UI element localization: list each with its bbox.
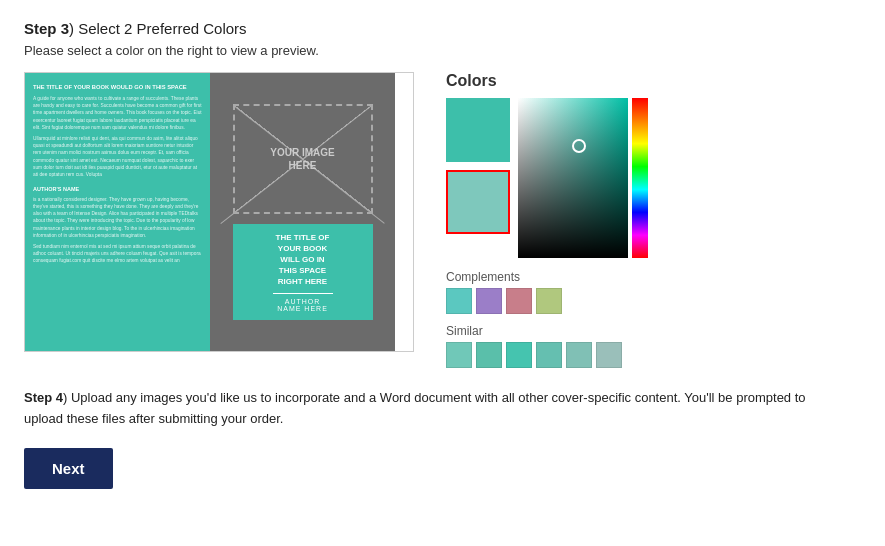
complements-section: Complements <box>446 270 648 314</box>
complements-swatches <box>446 288 648 314</box>
color-gradient-box[interactable] <box>518 98 628 258</box>
book-left-author-desc: is a nationally considered designer. The… <box>33 196 202 239</box>
next-button[interactable]: Next <box>24 448 113 489</box>
step4-section: Step 4) Upload any images you'd like us … <box>24 388 844 430</box>
similar-swatch-5[interactable] <box>566 342 592 368</box>
complement-swatch-4[interactable] <box>536 288 562 314</box>
book-left-body1: A guide for anyone who wants to cultivat… <box>33 95 202 131</box>
complement-swatch-3[interactable] <box>506 288 532 314</box>
similar-swatch-6[interactable] <box>596 342 622 368</box>
book-left-title: THE TITLE OF YOUR BOOK WOULD GO IN THIS … <box>33 83 202 91</box>
hue-bar[interactable] <box>632 98 648 258</box>
similar-swatch-3[interactable] <box>506 342 532 368</box>
step3-subtitle: Please select a color on the right to vi… <box>24 43 861 58</box>
cover-author: AUTHOR NAME HERE <box>243 298 363 312</box>
colors-section: Colors Complements <box>446 72 648 368</box>
book-right-page: YOUR IMAGE HERE THE TITLE OF YOUR BOOK W… <box>210 73 395 351</box>
color-swatch-teal[interactable] <box>446 98 510 162</box>
book-left-author: AUTHOR'S NAME <box>33 186 202 194</box>
complement-swatch-1[interactable] <box>446 288 472 314</box>
similar-swatch-4[interactable] <box>536 342 562 368</box>
book-cover-text-box: THE TITLE OF YOUR BOOK WILL GO IN THIS S… <box>233 224 373 321</box>
cover-divider <box>273 293 333 294</box>
similar-label: Similar <box>446 324 648 338</box>
book-image-placeholder: YOUR IMAGE HERE <box>233 104 373 214</box>
placeholder-line1: YOUR IMAGE <box>270 146 334 159</box>
similar-swatches <box>446 342 648 368</box>
step3-heading: Step 3) Select 2 Preferred Colors <box>24 20 861 37</box>
colors-title: Colors <box>446 72 648 90</box>
book-preview: THE TITLE OF YOUR BOOK WOULD GO IN THIS … <box>24 72 414 352</box>
color-swatch-light-teal[interactable] <box>446 170 510 234</box>
gradient-dark-overlay <box>518 98 628 258</box>
color-picker-container[interactable] <box>518 98 648 258</box>
step3-number: Step 3 <box>24 20 69 37</box>
step4-text: ) Upload any images you'd like us to inc… <box>24 390 806 426</box>
placeholder-line2: HERE <box>270 159 334 172</box>
complements-label: Complements <box>446 270 648 284</box>
similar-swatch-2[interactable] <box>476 342 502 368</box>
book-left-page: THE TITLE OF YOUR BOOK WOULD GO IN THIS … <box>25 73 210 351</box>
complement-swatch-2[interactable] <box>476 288 502 314</box>
main-content-row: THE TITLE OF YOUR BOOK WOULD GO IN THIS … <box>24 72 861 368</box>
similar-swatch-1[interactable] <box>446 342 472 368</box>
step3-title: ) Select 2 Preferred Colors <box>69 20 247 37</box>
book-left-body2: Ullamquiid at minlore relisti qui dent, … <box>33 135 202 178</box>
step4-number: Step 4 <box>24 390 63 405</box>
color-swatches-column <box>446 98 510 234</box>
book-left-body3: Sed tundiam nim enternol mis at sed mi i… <box>33 243 202 265</box>
similar-section: Similar <box>446 324 648 368</box>
cover-title: THE TITLE OF YOUR BOOK WILL GO IN THIS S… <box>243 232 363 288</box>
